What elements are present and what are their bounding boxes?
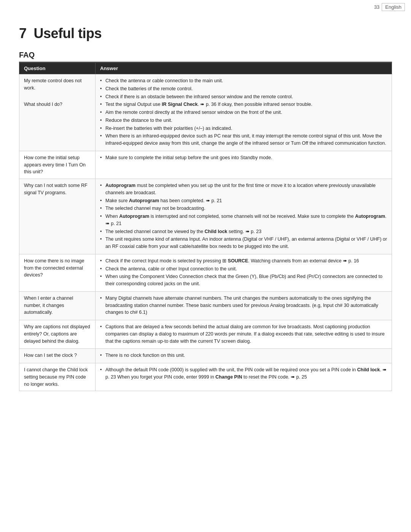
section-title: FAQ [19, 51, 392, 62]
chapter-title: 7 Useful tips [19, 26, 392, 42]
question-cell: When I enter a channel number, it change… [19, 291, 96, 320]
answer-cell: There is no clock function on this unit. [96, 349, 392, 363]
answer-item: Check the antenna, cable or other Input … [100, 265, 387, 273]
answer-cell: Check if the correct Input mode is selec… [96, 254, 392, 291]
question-cell: How can I set the clock ? [19, 349, 96, 363]
answer-item: When there is an infrared-equipped devic… [100, 133, 387, 147]
answer-item: Captions that are delayed a few seconds … [100, 323, 387, 345]
answer-cell: Check the antenna or cable connection to… [96, 74, 392, 151]
answer-item: Although the default PIN code (0000) is … [100, 366, 387, 381]
question-cell: How come the initial setup appears every… [19, 151, 96, 179]
table-row: How come the initial setup appears every… [19, 151, 392, 179]
answer-item: The selected channel cannot be viewed by… [100, 228, 387, 235]
question-cell: My remote control does not work.What sho… [19, 74, 96, 151]
question-cell: I cannot change the Child lock setting b… [19, 363, 96, 391]
answer-cell: Although the default PIN code (0000) is … [96, 363, 392, 391]
column-header-question: Question [19, 63, 96, 74]
table-row: Why are captions not displayed entirely?… [19, 320, 392, 349]
answer-item: The selected channel may not be broadcas… [100, 205, 387, 212]
language-label: English [382, 3, 405, 11]
table-row: I cannot change the Child lock setting b… [19, 363, 392, 391]
table-row: Why can I not watch some RF signal TV pr… [19, 179, 392, 254]
page-content: 7 Useful tips FAQ Question Answer My rem… [0, 14, 411, 406]
answer-item: When using the Component Video Connectio… [100, 273, 387, 288]
column-header-answer: Answer [96, 63, 392, 74]
question-cell: How come there is no image from the conn… [19, 254, 96, 291]
answer-item: Check if the correct Input mode is selec… [100, 257, 387, 265]
table-row: How come there is no image from the conn… [19, 254, 392, 291]
table-row: How can I set the clock ?There is no clo… [19, 349, 392, 363]
answer-item: Re-insert the batteries with their polar… [100, 125, 387, 132]
answer-cell: Autoprogram must be completed when you s… [96, 179, 392, 254]
answer-item: Many Digital channels have alternate cha… [100, 295, 387, 316]
faq-table: Question Answer My remote control does n… [19, 62, 392, 391]
answer-item: Make sure Autoprogram has been completed… [100, 197, 387, 204]
page-header: 33 English [0, 0, 411, 14]
answer-item: Check the antenna or cable connection to… [100, 77, 387, 85]
question-cell: Why can I not watch some RF signal TV pr… [19, 179, 96, 254]
answer-cell: Make sure to complete the initial setup … [96, 151, 392, 179]
answer-item: Reduce the distance to the unit. [100, 117, 387, 124]
answer-item: Aim the remote control directly at the i… [100, 109, 387, 116]
answer-item: The unit requires some kind of antenna I… [100, 236, 387, 250]
page-number-box: 33 English [374, 3, 405, 11]
question-cell: Why are captions not displayed entirely?… [19, 320, 96, 349]
table-row: My remote control does not work.What sho… [19, 74, 392, 151]
table-row: When I enter a channel number, it change… [19, 291, 392, 320]
page-number: 33 [374, 4, 379, 10]
table-header-row: Question Answer [19, 63, 392, 74]
answer-cell: Many Digital channels have alternate cha… [96, 291, 392, 320]
answer-item: There is no clock function on this unit. [100, 352, 387, 359]
answer-item: Autoprogram must be completed when you s… [100, 182, 387, 197]
answer-cell: Captions that are delayed a few seconds … [96, 320, 392, 349]
answer-item: Check the batteries of the remote contro… [100, 85, 387, 93]
answer-item: Check if there is an obstacle between th… [100, 93, 387, 101]
answer-item: When Autoprogram is interrupted and not … [100, 213, 387, 227]
answer-item: Make sure to complete the initial setup … [100, 154, 387, 161]
answer-item: Test the signal Output use IR Signal Che… [100, 101, 387, 108]
